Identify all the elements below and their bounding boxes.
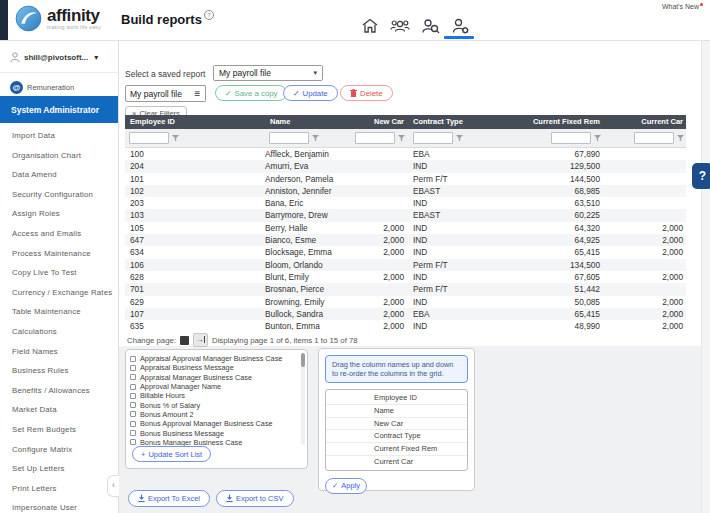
sidebar-collapse-button[interactable]: ‹ — [107, 475, 119, 497]
sidebar-menu-item[interactable]: Benefits / Allowances — [0, 381, 118, 401]
save-a-copy-button[interactable]: ✓Save a copy — [215, 85, 287, 101]
sidebar-menu-item[interactable]: Table Maintenance — [0, 302, 118, 322]
update-sort-list-button[interactable]: +Update Sort List — [132, 446, 211, 462]
report-menu-icon[interactable]: ≡ — [190, 85, 206, 102]
sidebar-menu-item[interactable]: Currency / Exchange Rates — [0, 283, 118, 303]
person-settings-icon[interactable] — [450, 16, 470, 36]
column-filter-input[interactable] — [413, 132, 453, 144]
draggable-column-item[interactable]: Employee ID — [326, 392, 467, 405]
sidebar-menu-item[interactable]: Field Names — [0, 342, 118, 362]
report-name-input[interactable] — [125, 85, 198, 102]
saved-report-select[interactable]: My payroll file ▾ — [213, 65, 323, 81]
sort-field-item[interactable]: Bonus Approval Manager Business Case — [130, 419, 297, 428]
draggable-column-item[interactable]: New Car — [326, 418, 467, 431]
draggable-column-item[interactable]: Contract Type — [326, 430, 467, 443]
sidebar-menu-item[interactable]: Copy Live To Test — [0, 263, 118, 283]
table-row[interactable]: 204 Amurri, Eva IND 129,500 — [125, 160, 686, 172]
sidebar-menu-item[interactable]: Market Data — [0, 400, 118, 420]
sort-list-scrollbar[interactable] — [301, 353, 305, 445]
sort-field-item[interactable]: Bonus % of Salary — [130, 400, 297, 409]
sidebar-menu-item[interactable]: Impersonate User — [0, 498, 118, 513]
page-scrollbar[interactable] — [701, 40, 710, 513]
sidebar-menu-item[interactable]: Set Up Letters — [0, 459, 118, 479]
table-row[interactable]: 103 Barrymore, Drew EBAST 60,225 — [125, 209, 686, 221]
column-header[interactable]: Employee ID — [125, 115, 265, 129]
affinity-logo[interactable]: affinity making work life easy — [15, 5, 101, 32]
table-row[interactable]: 701 Brosnan, Pierce Perm F/T 51,442 — [125, 283, 686, 295]
scrollbar-thumb[interactable] — [301, 353, 305, 367]
sort-field-item[interactable]: Bonus Business Message — [130, 428, 297, 437]
table-row[interactable]: 105 Berry, Halle 2,000 IND 64,320 2,000 — [125, 222, 686, 234]
filter-funnel-icon[interactable] — [456, 135, 463, 142]
sort-field-item[interactable]: Appraisal Approval Manager Business Case — [130, 354, 297, 363]
update-button[interactable]: ✓Update — [283, 85, 338, 101]
filter-funnel-icon[interactable] — [594, 135, 601, 142]
sidebar-menu-item[interactable]: Data Amend — [0, 165, 118, 185]
table-row[interactable]: 106 Bloom, Orlando Perm F/T 134,500 — [125, 259, 686, 271]
sidebar-menu-item[interactable]: Configure Matrix — [0, 440, 118, 460]
first-page-button[interactable] — [180, 336, 189, 345]
table-row[interactable]: 203 Bana, Eric IND 63,510 — [125, 197, 686, 209]
column-filter-input[interactable] — [634, 132, 674, 144]
module-remuneration[interactable]: @ Remuneration — [0, 78, 118, 96]
draggable-column-item[interactable]: Current Car — [326, 456, 467, 468]
sidebar-menu-item[interactable]: Calculations — [0, 322, 118, 342]
column-filter-input[interactable] — [129, 132, 169, 144]
sort-field-checkbox[interactable] — [130, 384, 136, 390]
sidebar-menu-item[interactable]: Assign Roles — [0, 204, 118, 224]
column-filter-input[interactable] — [355, 132, 395, 144]
filter-funnel-icon[interactable] — [172, 135, 179, 142]
sort-field-checkbox[interactable] — [130, 356, 136, 362]
table-row[interactable]: 647 Bianco, Esme 2,000 IND 64,925 2,000 — [125, 234, 686, 246]
sort-field-item[interactable]: Bonus Amount 2 — [130, 410, 297, 419]
column-header[interactable]: Name — [265, 115, 350, 129]
column-header[interactable]: New Car — [350, 115, 407, 129]
table-row[interactable]: 628 Blunt, Emily 2,000 IND 67,605 2,000 — [125, 271, 686, 283]
sort-field-checkbox[interactable] — [130, 365, 136, 371]
export-to-excel-button[interactable]: Export To Excel — [128, 490, 210, 507]
draggable-column-item[interactable]: Name — [326, 405, 467, 418]
sort-field-checkbox[interactable] — [130, 411, 136, 417]
sidebar-menu-item[interactable]: Business Rules — [0, 361, 118, 381]
apply-button[interactable]: ✓Apply — [325, 478, 367, 494]
table-row[interactable]: 101 Anderson, Pamela Perm F/T 144,500 — [125, 173, 686, 185]
sidebar-menu-item[interactable]: Access and Emails — [0, 224, 118, 244]
sort-field-item[interactable]: Appraisal Manager Business Case — [130, 373, 297, 382]
table-row[interactable]: 635 Bunton, Emma 2,000 IND 48,990 2,000 — [125, 320, 686, 332]
table-row[interactable]: 100 Affleck, Benjamin EBA 67,890 — [125, 148, 686, 160]
delete-button[interactable]: Delete — [340, 85, 393, 101]
sidebar-menu-item[interactable]: Import Data — [0, 126, 118, 146]
sidebar-menu-item[interactable]: Set Rem Budgets — [0, 420, 118, 440]
draggable-column-item[interactable]: Current Fixed Rem — [326, 443, 467, 456]
sidebar-section-system-administrator[interactable]: System Administrator — [0, 96, 118, 123]
table-row[interactable]: 102 Anniston, Jennifer EBAST 68,985 — [125, 185, 686, 197]
whats-new-link[interactable]: What's New — [662, 3, 703, 10]
sort-field-checkbox[interactable] — [130, 421, 136, 427]
sort-field-item[interactable]: Appraisal Business Message — [130, 363, 297, 372]
person-search-icon[interactable] — [420, 16, 440, 36]
table-row[interactable]: 634 Blocksage, Emma 2,000 IND 65,415 2,0… — [125, 246, 686, 258]
column-filter-input[interactable] — [269, 132, 309, 144]
sidebar-menu-item[interactable]: Security Configuration — [0, 185, 118, 205]
sort-field-item[interactable]: Approval Manager Name — [130, 382, 297, 391]
filter-funnel-icon[interactable] — [398, 135, 405, 142]
column-filter-input[interactable] — [551, 132, 591, 144]
column-header[interactable]: Current Car — [603, 115, 686, 129]
column-header[interactable]: Current Fixed Rem — [517, 115, 603, 129]
help-button[interactable]: ? — [692, 163, 710, 189]
column-header[interactable]: Contract Type — [407, 115, 517, 129]
sort-field-item[interactable]: Billable Hours — [130, 391, 297, 400]
sort-field-checkbox[interactable] — [130, 430, 136, 436]
sort-field-checkbox[interactable] — [130, 374, 136, 380]
user-menu[interactable]: shill@pivotsoft... ▾ — [0, 46, 118, 68]
next-page-button[interactable]: → — [193, 333, 208, 347]
table-row[interactable]: 107 Bullock, Sandra 2,000 EBA 65,415 2,0… — [125, 308, 686, 320]
home-icon[interactable] — [360, 16, 380, 36]
export-to-csv-button[interactable]: Export to CSV — [216, 490, 294, 507]
sort-field-checkbox[interactable] — [130, 439, 136, 445]
sidebar-menu-item[interactable]: Organisation Chart — [0, 146, 118, 166]
table-row[interactable]: 629 Browning, Emily 2,000 IND 50,085 2,0… — [125, 296, 686, 308]
sidebar-menu-item[interactable]: Process Maintenance — [0, 244, 118, 264]
sort-field-checkbox[interactable] — [130, 393, 136, 399]
org-group-icon[interactable] — [390, 16, 410, 36]
